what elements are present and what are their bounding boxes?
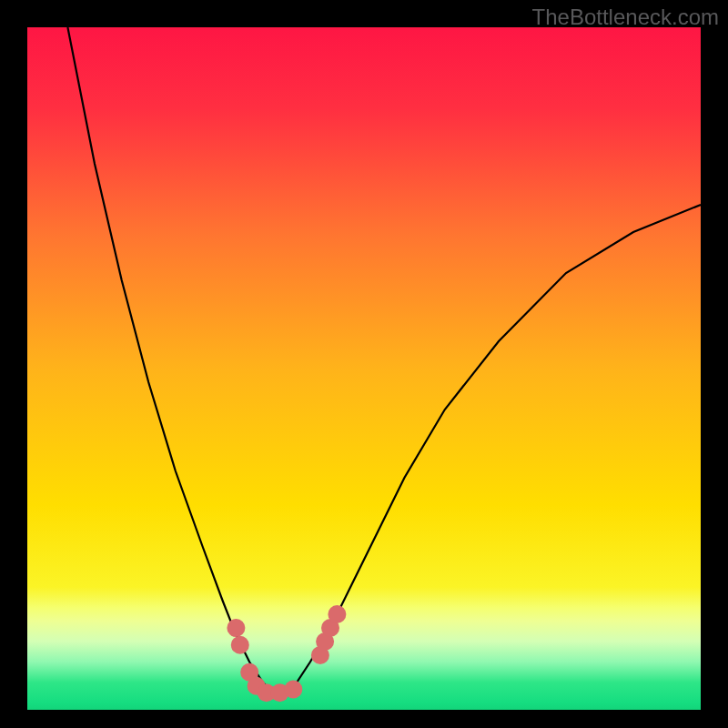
sample-point xyxy=(231,636,249,654)
sample-point xyxy=(227,619,245,637)
watermark-attribution: TheBottleneck.com xyxy=(532,5,719,30)
data-layer xyxy=(27,27,701,710)
percent-mismatch-curve xyxy=(67,27,701,693)
sample-point xyxy=(284,681,302,699)
sample-point xyxy=(328,605,346,623)
chart-plot-area xyxy=(27,27,701,710)
